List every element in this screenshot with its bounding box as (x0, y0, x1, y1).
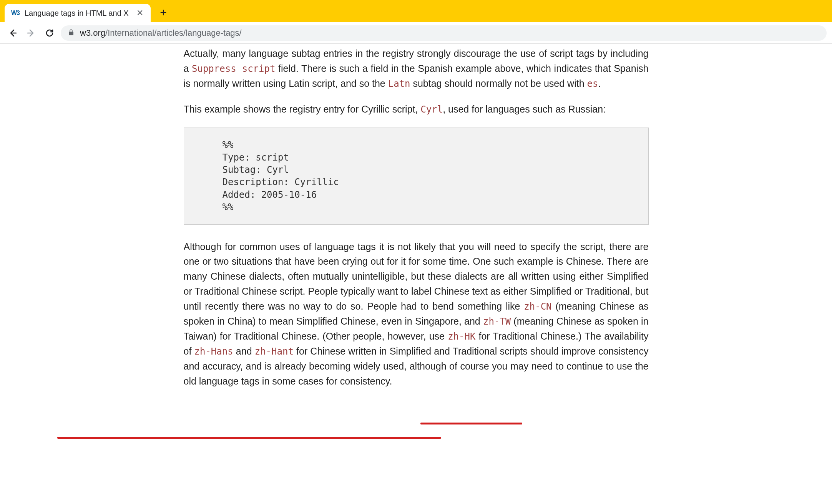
paragraph-suppress-script: Actually, many language subtag entries i… (184, 46, 649, 91)
paragraph-chinese-scripts: Although for common uses of language tag… (184, 239, 649, 389)
forward-button[interactable] (24, 26, 38, 40)
article-body: Actually, many language subtag entries i… (184, 46, 649, 415)
close-tab-icon[interactable]: ✕ (136, 9, 144, 17)
arrow-left-icon (8, 28, 17, 38)
code-cyrl: Cyrl (420, 104, 443, 115)
code-latn: Latn (388, 78, 410, 89)
tab-strip: W3 Language tags in HTML and X ✕ + (0, 0, 832, 22)
reload-icon (45, 28, 54, 38)
browser-toolbar: w3.org/International/articles/language-t… (0, 22, 832, 44)
code-zh-cn: zh-CN (524, 301, 551, 312)
code-zh-tw: zh-TW (483, 316, 511, 327)
w3c-favicon-icon: W3 (11, 8, 20, 18)
tab-title: Language tags in HTML and X (25, 9, 131, 18)
code-zh-hant: zh-Hant (255, 346, 294, 357)
page-viewport[interactable]: Actually, many language subtag entries i… (0, 44, 832, 504)
code-es: es (587, 78, 598, 89)
annotation-underline-icon (57, 437, 441, 439)
arrow-right-icon (27, 28, 36, 38)
url-text: w3.org/International/articles/language-t… (80, 28, 820, 38)
lock-icon (68, 28, 75, 38)
paragraph-cyrillic-intro: This example shows the registry entry fo… (184, 102, 649, 117)
code-suppress-script: Suppress script (192, 63, 275, 74)
address-bar[interactable]: w3.org/International/articles/language-t… (61, 25, 827, 41)
reload-button[interactable] (42, 26, 57, 40)
new-tab-button[interactable]: + (155, 5, 171, 21)
registry-code-block: %% Type: script Subtag: Cyrl Description… (184, 128, 649, 224)
annotation-underline-icon (420, 423, 522, 424)
code-zh-hk: zh-HK (448, 331, 475, 342)
back-button[interactable] (5, 26, 20, 40)
code-zh-hans: zh-Hans (194, 346, 233, 357)
browser-tab[interactable]: W3 Language tags in HTML and X ✕ (5, 4, 151, 22)
